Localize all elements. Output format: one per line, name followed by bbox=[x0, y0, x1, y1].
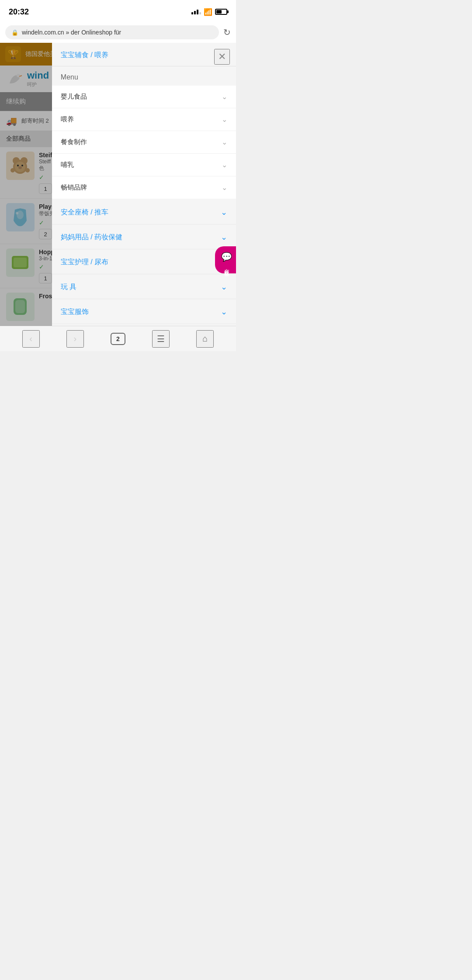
refresh-button[interactable]: ↻ bbox=[223, 27, 231, 38]
menu-close-button[interactable]: ✕ bbox=[214, 49, 230, 65]
submenu-container: 婴儿食品 ⌄ 喂养 ⌄ 餐食制作 ⌄ 哺乳 ⌄ 畅销品牌 ⌄ bbox=[52, 86, 236, 199]
cat-label-mom: 妈妈用品 / 药妆保健 bbox=[61, 233, 122, 242]
category-item-mom[interactable]: 妈妈用品 / 药妆保健 ⌄ bbox=[52, 225, 236, 249]
submenu-label-feeding: 喂养 bbox=[61, 115, 74, 124]
close-icon: ✕ bbox=[218, 51, 226, 62]
tab-count-button[interactable]: 2 bbox=[111, 333, 125, 345]
category-item-toys[interactable]: 玩 具 ⌄ bbox=[52, 275, 236, 299]
submenu-item-meal-prep[interactable]: 餐食制作 ⌄ bbox=[52, 131, 236, 154]
chevron-down-blue-icon-1: ⌄ bbox=[221, 232, 227, 242]
submenu-item-brands[interactable]: 畅销品牌 ⌄ bbox=[52, 176, 236, 199]
submenu-label-baby-food: 婴儿食品 bbox=[61, 93, 87, 101]
home-button[interactable]: ⌂ bbox=[196, 330, 214, 348]
online-service-button[interactable]: 💬 在线客服 bbox=[215, 246, 236, 273]
chevron-down-icon-1: ⌄ bbox=[222, 115, 227, 124]
menu-breadcrumb[interactable]: 宝宝辅食 / 喂养 › bbox=[52, 43, 236, 66]
submenu-item-breastfeeding[interactable]: 哺乳 ⌄ bbox=[52, 154, 236, 176]
service-text: 在线客服 bbox=[223, 265, 230, 268]
page-background: 🏆 德国爱他美 wind 呵护 继续购 🚚 邮寄时间 2 全部商品 bbox=[0, 43, 236, 326]
category-item-clothing[interactable]: 宝宝服饰 ⌄ bbox=[52, 300, 236, 324]
forward-button[interactable]: › bbox=[66, 330, 84, 348]
breadcrumb-text: 宝宝辅食 / 喂养 bbox=[61, 51, 108, 60]
menu-overlay: ✕ 宝宝辅食 / 喂养 › Menu 婴儿食品 ⌄ 喂养 ⌄ bbox=[0, 43, 236, 326]
lock-icon: 🔒 bbox=[11, 29, 18, 36]
url-text: windeln.com.cn » der Onlineshop für bbox=[22, 29, 213, 36]
menu-section-label: Menu bbox=[52, 66, 236, 86]
cat-label-clothing: 宝宝服饰 bbox=[61, 307, 89, 317]
status-bar: 20:32 📶 bbox=[0, 0, 236, 22]
chevron-down-icon-0: ⌄ bbox=[222, 93, 227, 101]
submenu-label-brands: 畅销品牌 bbox=[61, 183, 87, 192]
chevron-down-icon-2: ⌄ bbox=[222, 138, 227, 146]
cat-label-carseat: 安全座椅 / 推车 bbox=[61, 208, 108, 217]
cat-label-toys: 玩 具 bbox=[61, 283, 76, 292]
chevron-down-icon-4: ⌄ bbox=[222, 183, 227, 192]
service-chat-icon: 💬 bbox=[221, 252, 232, 262]
url-bar[interactable]: 🔒 windeln.com.cn » der Onlineshop für bbox=[5, 25, 219, 39]
submenu-label-meal-prep: 餐食制作 bbox=[61, 138, 87, 146]
battery-icon bbox=[215, 9, 227, 15]
signal-bars-icon bbox=[191, 10, 201, 14]
chevron-down-blue-icon-4: ⌄ bbox=[221, 307, 227, 317]
browser-nav: ‹ › 2 ☰ ⌂ bbox=[0, 326, 236, 351]
chevron-down-blue-icon-0: ⌄ bbox=[221, 207, 227, 217]
submenu-item-baby-food[interactable]: 婴儿食品 ⌄ bbox=[52, 86, 236, 108]
status-icons: 📶 bbox=[191, 8, 227, 16]
category-item-carseat[interactable]: 安全座椅 / 推车 ⌄ bbox=[52, 200, 236, 224]
submenu-label-breastfeeding: 哺乳 bbox=[61, 161, 74, 169]
back-button[interactable]: ‹ bbox=[22, 330, 40, 348]
category-item-care[interactable]: 宝宝护理 / 尿布 ⌄ bbox=[52, 250, 236, 274]
browser-menu-button[interactable]: ☰ bbox=[152, 330, 170, 348]
cat-label-care: 宝宝护理 / 尿布 bbox=[61, 258, 108, 267]
category-item-home[interactable]: 居家用品 ⌄ bbox=[52, 325, 236, 326]
chevron-down-blue-icon-3: ⌄ bbox=[221, 282, 227, 292]
status-time: 20:32 bbox=[9, 7, 29, 17]
wifi-icon: 📶 bbox=[204, 8, 212, 16]
browser-bar: 🔒 windeln.com.cn » der Onlineshop für ↻ bbox=[0, 22, 236, 43]
chevron-down-icon-3: ⌄ bbox=[222, 161, 227, 169]
menu-panel: ✕ 宝宝辅食 / 喂养 › Menu 婴儿食品 ⌄ 喂养 ⌄ bbox=[52, 43, 236, 326]
submenu-item-feeding[interactable]: 喂养 ⌄ bbox=[52, 108, 236, 131]
